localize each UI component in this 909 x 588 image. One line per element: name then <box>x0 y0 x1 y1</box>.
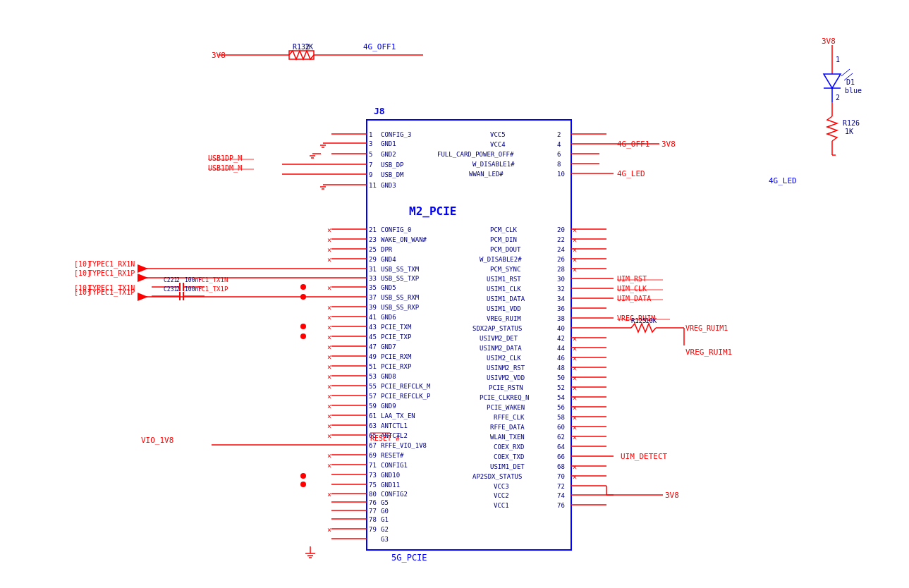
pin23-name: WAKE_ON_WAN# <box>381 236 427 243</box>
pin50-name: USIVM2_VDD <box>487 374 525 381</box>
c231-pad: 2 <box>176 286 180 293</box>
junction-1 <box>300 294 306 300</box>
pin74-num: 74 <box>557 492 565 499</box>
usb1dp-net: USB1DP_M <box>208 154 242 163</box>
pin37-num: 37 <box>369 294 377 301</box>
pin41-name: GND6 <box>381 314 396 321</box>
pin1-name: CONFIG_3 <box>381 131 411 138</box>
c231-ref: C231 <box>164 286 177 293</box>
pin58-name: RFFE_CLK <box>494 414 525 421</box>
nc-mark-r28: × <box>573 266 577 274</box>
nc-mark-47: × <box>327 343 331 351</box>
pin69-num: 69 <box>369 452 377 459</box>
pin21-num: 21 <box>369 226 377 233</box>
pin24-name: PCM_DOUT <box>490 246 521 253</box>
3v8-net-right1: 3V8 <box>661 140 676 149</box>
nc-mark-69: × <box>327 452 331 460</box>
pin11-name: GND3 <box>381 182 396 189</box>
pin30-name: USIM1_RST <box>487 276 521 283</box>
nc-mark-45: × <box>327 333 331 341</box>
pin77-num: 77 <box>369 508 377 515</box>
pin40-name: SDX2AP_STATUS <box>472 325 522 332</box>
pin44-num: 44 <box>557 345 565 352</box>
nc-mark-25: × <box>327 246 331 254</box>
pin21-name: CONFIG_0 <box>381 226 411 233</box>
pin68-num: 68 <box>557 463 565 470</box>
pin6-num: 6 <box>557 151 561 158</box>
pin60-name: RFFE_DATA <box>490 424 525 431</box>
pin20-num: 20 <box>557 226 565 233</box>
pin2-name: VCC5 <box>490 131 506 138</box>
junction-5 <box>300 473 306 479</box>
typec1-rxin-label: TYPEC1_RX1N <box>88 260 135 269</box>
pin61-num: 61 <box>369 412 377 419</box>
pin31-name: USB_SS_TXM <box>381 266 420 273</box>
pin25-num: 25 <box>369 246 377 253</box>
nc-mark-35: × <box>327 284 331 292</box>
pin59-num: 59 <box>369 403 377 410</box>
nc-mark-55: × <box>327 383 331 391</box>
pin34-num: 34 <box>557 295 565 302</box>
nc-mark-65: × <box>327 432 331 440</box>
pin29-num: 29 <box>369 256 377 263</box>
uim-detect-net: UIM_DETECT <box>621 452 668 461</box>
nc-mark-80: × <box>327 491 331 498</box>
nc-mark-79: × <box>327 526 331 534</box>
4g-off1-net-top: 4G_OFF1 <box>363 42 396 51</box>
pin72-name: VCC3 <box>494 483 509 490</box>
pin45-num: 45 <box>369 333 377 341</box>
pin5-num: 5 <box>369 151 372 158</box>
pin33-num: 33 <box>369 275 377 282</box>
pin76-num: 76 <box>369 499 377 506</box>
pin74-name: VCC2 <box>494 492 509 499</box>
pin4-name: VCC4 <box>490 141 506 148</box>
pin34-name: USIM1_DATA <box>487 295 525 302</box>
nc-mark-51: × <box>327 363 331 371</box>
typec1-tx1p-label: TYPEC1_TX1P <box>88 288 135 297</box>
pin72-num: 72 <box>557 483 565 490</box>
pin53-name: GND8 <box>381 373 396 380</box>
pin80-num: 80 <box>369 491 377 498</box>
vreg-ruim1-net: VREG_RUIM1 <box>685 348 732 357</box>
nc-mark-r52: × <box>573 384 577 392</box>
nc-mark-63: × <box>327 422 331 430</box>
pin9-name: USB_DM <box>381 171 404 178</box>
pin42-name: USIVM2_DET <box>480 335 518 342</box>
pin58-num: 58 <box>557 414 565 421</box>
pin30-num: 30 <box>557 276 565 283</box>
vreg-ruim1-net-label: VREG_RUIM1 <box>685 324 728 333</box>
pin50-num: 50 <box>557 374 565 381</box>
pin23-num: 23 <box>369 236 377 243</box>
pin62-num: 62 <box>557 434 565 441</box>
pin60-num: 60 <box>557 424 565 431</box>
junction-6 <box>300 482 306 487</box>
pin45-name: PCIE_TXP <box>381 333 412 341</box>
pin54-name: PCIE_CLKREQ_N <box>480 394 529 401</box>
reset-hash-label: RESET # <box>370 434 400 442</box>
pin49-name: PCIE_RXM <box>381 353 412 360</box>
nc-mark-41: × <box>327 314 331 321</box>
pin76r-num: 76 <box>557 502 565 509</box>
pin63-name: ANTCTL1 <box>381 422 408 429</box>
pin46-num: 46 <box>557 355 565 362</box>
ic-footprint: 5G_PCIE <box>391 553 427 563</box>
pin36-num: 36 <box>557 305 565 312</box>
ic-refdes: J8 <box>374 106 385 116</box>
pin4-num: 4 <box>557 141 561 148</box>
pin73-num: 73 <box>369 472 377 479</box>
pin69-name: RESET# <box>381 452 404 459</box>
schematic-svg: 3V8 R132 1K 4G_OFF1 3V8 1 D1 blue 2 R126… <box>0 0 909 588</box>
pin66-name: COEX_TXD <box>494 453 524 460</box>
r126-ref: R126 <box>843 119 860 127</box>
pin75-num: 75 <box>369 482 377 489</box>
pin67-name: RFFE_VIO_1V8 <box>381 442 427 449</box>
pin26-num: 26 <box>557 256 565 263</box>
nc-mark-39: × <box>327 304 331 312</box>
d1-ref: D1 <box>846 78 855 86</box>
nc-mark-71: × <box>327 462 331 470</box>
uim-data-net: UIM_DATA <box>617 295 651 303</box>
pin28-num: 28 <box>557 266 565 273</box>
nc-mark-r20: × <box>573 226 577 234</box>
pin26-name: W_DISABLE2# <box>480 256 522 263</box>
nc-mark-21: × <box>327 226 331 234</box>
